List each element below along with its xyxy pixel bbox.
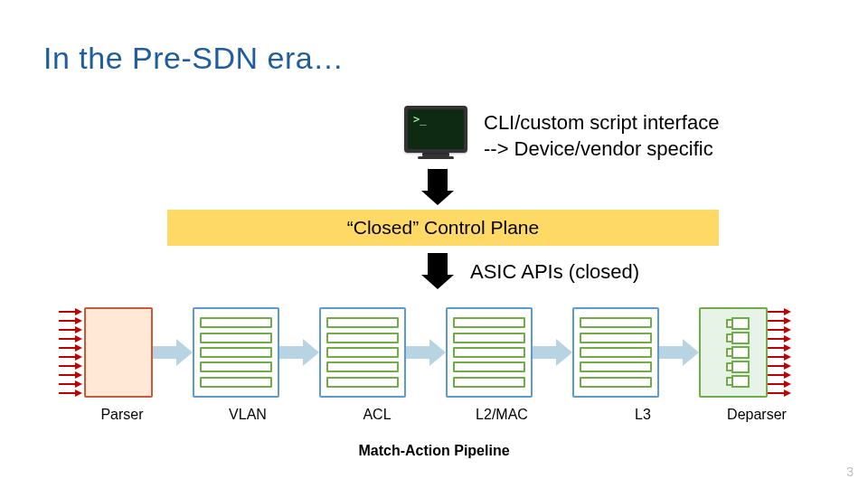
terminal-monitor-icon (404, 106, 467, 160)
table-bar (580, 333, 652, 343)
label-vlan: VLAN (203, 407, 293, 423)
table-bar (326, 333, 399, 343)
pipeline-labels: Parser VLAN ACL L2/MAC L3 Deparser (59, 407, 818, 432)
table-bar (580, 377, 652, 388)
control-plane-bar: “Closed” Control Plane (167, 210, 719, 246)
arrow-down-to-asic-icon (421, 253, 454, 289)
table-bar (200, 317, 272, 328)
flow-arrow-icon (278, 339, 321, 366)
label-l2mac: L2/MAC (439, 407, 565, 423)
table-bar (326, 361, 399, 372)
parser-block (84, 307, 153, 398)
label-parser: Parser (86, 407, 158, 423)
flow-arrow-icon (657, 339, 701, 366)
match-action-pipeline (59, 303, 818, 402)
label-l3: L3 (607, 407, 679, 423)
flow-arrow-icon (151, 339, 194, 366)
cli-description: CLI/custom script interface --> Device/v… (484, 110, 719, 162)
asic-apis-label: ASIC APIs (closed) (470, 260, 639, 284)
flow-arrow-icon (404, 339, 448, 366)
monitor-base (418, 156, 454, 159)
label-acl: ACL (332, 407, 422, 423)
output-arrows-icon (768, 311, 793, 394)
deparser-mini-icon (726, 362, 741, 371)
cli-line-2: --> Device/vendor specific (484, 136, 719, 163)
input-arrows-icon (59, 311, 84, 394)
table-bar (453, 377, 525, 388)
table-bar (580, 317, 652, 328)
table-bar (200, 377, 272, 388)
stage-acl (319, 307, 406, 398)
deparser-mini-icon (726, 333, 741, 343)
page-number: 3 (846, 465, 854, 479)
cli-line-1: CLI/custom script interface (484, 110, 719, 136)
slide-title: In the Pre-SDN era… (43, 41, 344, 76)
stage-l2mac (446, 307, 533, 398)
flow-arrow-icon (531, 339, 574, 366)
table-bar (200, 361, 272, 372)
table-bar (326, 317, 399, 328)
terminal-screen-icon (404, 106, 467, 153)
table-bar (326, 347, 399, 358)
deparser-mini-icon (726, 377, 741, 386)
table-bar (453, 361, 525, 372)
table-bar (200, 347, 272, 358)
table-bar (580, 361, 652, 372)
table-bar (453, 317, 525, 328)
table-bar (200, 333, 272, 343)
deparser-mini-icon (726, 348, 741, 357)
table-bar (326, 377, 399, 388)
table-bar (453, 347, 525, 358)
deparser-block (699, 307, 768, 398)
label-deparser: Deparser (712, 407, 802, 423)
stage-l3 (572, 307, 659, 398)
arrow-down-to-control-plane-icon (421, 169, 454, 205)
stage-vlan (193, 307, 279, 398)
deparser-mini-icon (726, 319, 741, 328)
table-bar (453, 333, 525, 343)
table-bar (580, 347, 652, 358)
pipeline-caption: Match-Action Pipeline (0, 443, 868, 459)
